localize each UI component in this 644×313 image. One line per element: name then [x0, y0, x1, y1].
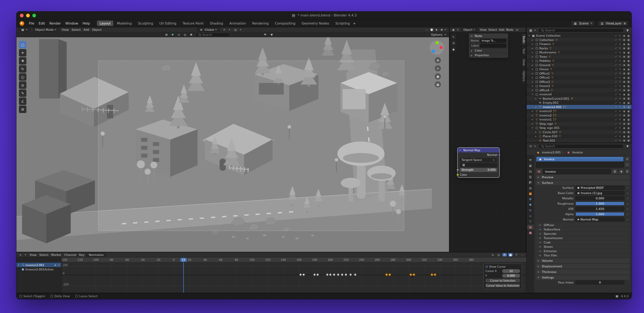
subpanel-header[interactable]: ▸ Coat: [536, 240, 630, 244]
hide-viewport-icon[interactable]: ◉: [623, 126, 625, 129]
collapse-node-icon[interactable]: ▾: [460, 149, 462, 152]
shading-wireframe-icon[interactable]: ◌: [425, 28, 429, 32]
options-dropdown[interactable]: Options: [431, 33, 442, 36]
snap-dropdown-icon[interactable]: ▾: [229, 28, 231, 31]
cursor-value-to-selection-button[interactable]: Cursor Value to Selection: [485, 284, 520, 288]
sidebar-tab[interactable]: Tool: [522, 46, 526, 56]
outliner-row[interactable]: ▸ ≈ BezierCurve3.001 ↺ ✓ ↖ ◉ ▣: [527, 97, 632, 101]
hide-viewport-icon[interactable]: ◉: [623, 118, 625, 121]
channel-row[interactable]: ▾ ☑ invoice3.001 ◉⊘: [16, 263, 61, 267]
properties-subpanel-header[interactable]: ▸ Properties: [469, 53, 508, 57]
properties-tab[interactable]: ◉: [527, 225, 533, 229]
playhead[interactable]: 12: [183, 257, 184, 293]
selectable-icon[interactable]: ↖: [619, 55, 621, 58]
select-tool-icon[interactable]: ↖: [451, 34, 456, 39]
shader-editor[interactable]: ◉ ▾ Object ▾ ViewSelectAddNode ⊙ ↖ ⊙: [450, 27, 526, 252]
hide-viewport-icon[interactable]: ◉: [623, 72, 625, 75]
animate-decorator-icon[interactable]: ◇: [626, 197, 629, 200]
properties-tab[interactable]: ▣: [527, 163, 533, 168]
exclude-checkbox-icon[interactable]: ✓: [615, 139, 617, 142]
preview-panel-header[interactable]: ▸ Preview: [536, 175, 630, 179]
keyframe-diamond[interactable]: [316, 273, 320, 276]
subpanel-header[interactable]: ▸ Transmission: [536, 236, 630, 240]
space-dropdown[interactable]: Tangent Space ▾: [460, 158, 497, 162]
subpanel-header[interactable]: ▸ Thin Film: [536, 253, 630, 257]
disable-render-icon[interactable]: ▣: [627, 84, 630, 88]
disable-render-icon[interactable]: ▣: [627, 135, 630, 138]
selectable-icon[interactable]: ↖: [619, 93, 621, 96]
tool-button[interactable]: ▢: [19, 41, 26, 48]
workspace-tab[interactable]: Modeling: [114, 20, 134, 26]
selectable-icon[interactable]: ↖: [619, 97, 621, 100]
workspace-tab[interactable]: Sculpting: [135, 20, 156, 26]
hide-viewport-icon[interactable]: ◉: [623, 51, 625, 54]
hide-viewport-icon[interactable]: ◉: [623, 139, 625, 142]
hide-viewport-icon[interactable]: ◉: [623, 43, 625, 46]
outliner-row[interactable]: ▸ ▢ Collection ▽ ✓ ↖ ◉ ▣: [527, 38, 632, 42]
selectable-icon[interactable]: ↖: [619, 72, 621, 75]
graph-toggle-icon[interactable]: ◎: [497, 253, 501, 256]
selectable-icon[interactable]: ↖: [619, 130, 621, 134]
breadcrumb-object[interactable]: invoice3.001: [542, 151, 561, 154]
selectable-icon[interactable]: ↖: [619, 51, 621, 54]
chevron-down-icon[interactable]: ▾: [457, 28, 460, 31]
graph-menu[interactable]: Marker: [51, 253, 61, 256]
expand-arrow-icon[interactable]: ▸: [532, 80, 535, 83]
expand-arrow-icon[interactable]: ▸: [535, 97, 538, 100]
graph-editor-icon[interactable]: ≈: [18, 253, 23, 256]
exclude-checkbox-icon[interactable]: ✓: [615, 59, 617, 62]
normal-output-socket[interactable]: [498, 154, 501, 156]
disable-render-icon[interactable]: ▣: [627, 38, 630, 41]
keyframe-diamond[interactable]: [388, 273, 391, 276]
shading-rendered-icon[interactable]: ◉: [440, 28, 444, 32]
cursor-x-field[interactable]: 12: [502, 269, 520, 273]
expand-arrow-icon[interactable]: ▸: [532, 51, 535, 54]
exclude-checkbox-icon[interactable]: ✓: [615, 93, 617, 96]
shader-editor-icon[interactable]: ◉: [451, 28, 456, 31]
selectable-icon[interactable]: ↖: [619, 105, 621, 108]
expand-arrow-icon[interactable]: ▸: [532, 118, 535, 121]
workspace-tab[interactable]: Geometry Nodes: [299, 20, 332, 26]
outliner-row[interactable]: ▸ ▢ Rocks ▽ ✓ ↖ ◉ ▣: [527, 46, 632, 51]
keyframe-diamond[interactable]: [326, 273, 329, 276]
disable-render-icon[interactable]: ▣: [627, 47, 630, 50]
selectable-icon[interactable]: ↖: [619, 114, 621, 117]
titlebar[interactable]: ▤ * main-blend.blend - Blender 4.4.3: [16, 11, 632, 20]
hide-viewport-icon[interactable]: ◉: [623, 122, 625, 125]
selectable-icon[interactable]: ↖: [619, 43, 621, 46]
graph-menu[interactable]: Select: [39, 253, 48, 256]
selectable-icon[interactable]: ↖: [619, 101, 621, 104]
shading-material-icon[interactable]: ◐: [435, 28, 439, 32]
chevron-down-icon[interactable]: ▾: [534, 29, 537, 32]
selectable-icon[interactable]: ↖: [619, 135, 621, 138]
selectable-icon[interactable]: ↖: [619, 76, 621, 79]
node-name-input[interactable]: [480, 39, 506, 43]
hide-viewport-icon[interactable]: ◉: [623, 38, 625, 41]
properties-tab[interactable]: ∞: [527, 214, 533, 218]
selectable-icon[interactable]: ↖: [619, 118, 621, 121]
links-tool-icon[interactable]: ◆: [451, 47, 456, 52]
tool-settings-icon[interactable]: ✚: [170, 33, 175, 36]
expand-arrow-icon[interactable]: ▸: [532, 68, 535, 70]
expand-arrow-icon[interactable]: ▸: [532, 43, 535, 45]
sidebar-tab[interactable]: Options: [522, 69, 526, 84]
expand-arrow-icon[interactable]: ▾: [532, 126, 535, 129]
remove-slot-button[interactable]: －: [625, 162, 630, 167]
disable-render-icon[interactable]: ▣: [627, 72, 630, 75]
graph-toggle-icon[interactable]: ∩: [502, 253, 507, 256]
outliner-row[interactable]: ▾ ▢ Stop sign.001 ✓ ↖ ◉ ▣: [527, 126, 632, 130]
normal-map-node[interactable]: ▾ Normal Map Normal Tangent Space ▾: [458, 148, 499, 177]
material-slot-list[interactable]: ◉ Invoice: [536, 156, 624, 168]
chevron-down-icon[interactable]: ▾: [25, 253, 27, 256]
outliner-row[interactable]: ▸ ▢ Office3 ▽ ✓ ↖ ◉ ▣: [527, 80, 632, 84]
exclude-checkbox-icon[interactable]: ✓: [615, 47, 617, 50]
subpanel-header[interactable]: ▸ Specular: [536, 231, 630, 236]
add-workspace-button[interactable]: +: [353, 21, 356, 25]
graph-canvas[interactable]: -140-120-100-80-60-40-200204060801001201…: [61, 257, 526, 293]
hide-viewport-icon[interactable]: ◉: [623, 135, 625, 138]
surface-panel-header[interactable]: ▾ Surface: [536, 180, 630, 185]
disable-render-icon[interactable]: ▣: [627, 118, 630, 121]
selectable-icon[interactable]: ↖: [619, 80, 621, 83]
exclude-checkbox-icon[interactable]: ✓: [615, 118, 617, 121]
disable-render-icon[interactable]: ▣: [627, 63, 630, 66]
